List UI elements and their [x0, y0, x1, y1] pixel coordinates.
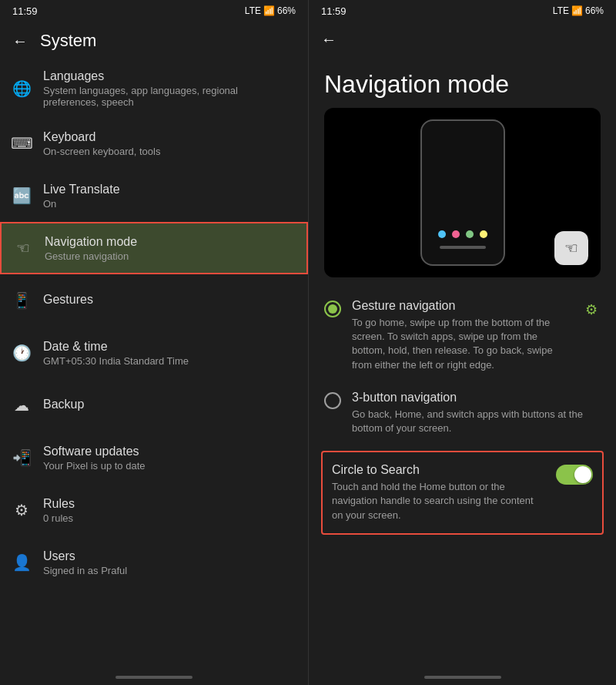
3button-nav-title: 3-button navigation [352, 391, 601, 405]
navigation-mode-icon: ☜ [14, 239, 32, 257]
keyboard-title: Keyboard [43, 130, 160, 144]
date-time-icon: 🕐 [12, 344, 31, 362]
sidebar-item-date-time[interactable]: 🕐 Date & time GMT+05:30 India Standard T… [0, 327, 308, 379]
languages-subtitle: System languages, app languages, regiona… [43, 85, 296, 108]
circle-search-desc: Touch and hold the Home button or the na… [332, 480, 547, 522]
left-panel: 11:59 LTE 📶 66% ← System 🌐 Languages Sys… [0, 0, 308, 685]
sidebar-item-gestures[interactable]: 📱 Gestures [0, 274, 308, 327]
software-updates-title: Software updates [43, 445, 146, 458]
backup-title: Backup [43, 398, 84, 411]
sidebar-item-software-updates[interactable]: 📲 Software updates Your Pixel is up to d… [0, 431, 308, 484]
right-header: ← [309, 22, 616, 58]
keyboard-icon: ⌨ [12, 134, 31, 153]
dot-3 [466, 230, 474, 238]
sidebar-item-navigation-mode[interactable]: ☜ Navigation mode Gesture navigation [0, 222, 308, 274]
right-panel: 11:59 LTE 📶 66% ← Navigation mode ☜ [308, 0, 616, 685]
left-status-icons: LTE 📶 66% [245, 5, 296, 16]
left-signal-icon: 📶 [263, 5, 275, 16]
gestures-icon: 📱 [12, 291, 31, 310]
dot-2 [452, 230, 460, 238]
phone-mockup [420, 119, 505, 266]
left-status-bar: 11:59 LTE 📶 66% [0, 0, 308, 22]
keyboard-subtitle: On-screen keyboard, tools [43, 146, 160, 157]
sidebar-item-users[interactable]: 👤 Users Signed in as Praful [0, 536, 308, 589]
toggle-thumb [574, 466, 591, 483]
sidebar-item-rules[interactable]: ⚙ Rules 0 rules [0, 484, 308, 536]
circle-search-toggle[interactable] [556, 465, 593, 485]
live-translate-icon: 🔤 [12, 186, 31, 205]
date-time-subtitle: GMT+05:30 India Standard Time [43, 355, 189, 367]
circle-search-title: Circle to Search [332, 463, 547, 477]
gestures-title: Gestures [43, 293, 93, 307]
sidebar-item-keyboard[interactable]: ⌨ Keyboard On-screen keyboard, tools [0, 117, 308, 170]
gear-icon[interactable]: ⚙ [582, 301, 601, 319]
live-translate-title: Live Translate [43, 183, 120, 196]
left-lte-icon: LTE [245, 5, 261, 16]
navigation-mode-title: Navigation mode [45, 235, 137, 249]
circle-search-toggle-wrap[interactable] [556, 465, 593, 485]
sidebar-item-languages[interactable]: 🌐 Languages System languages, app langua… [0, 60, 308, 117]
rules-title: Rules [43, 497, 75, 511]
settings-list: 🌐 Languages System languages, app langua… [0, 60, 308, 673]
3button-nav-desc: Go back, Home, and switch apps with butt… [352, 408, 601, 435]
right-time: 11:59 [321, 5, 346, 17]
dot-1 [438, 230, 446, 238]
users-subtitle: Signed in as Praful [43, 565, 127, 576]
gesture-preview-button: ☜ [554, 231, 588, 265]
phone-nav-bar [440, 246, 486, 249]
live-translate-subtitle: On [43, 198, 120, 210]
right-battery-icon: 66% [585, 5, 604, 16]
navigation-mode-subtitle: Gesture navigation [45, 250, 137, 262]
gesture-radio-inner [328, 304, 337, 314]
languages-title: Languages [43, 69, 296, 83]
3button-radio[interactable] [324, 392, 341, 409]
right-status-bar: 11:59 LTE 📶 66% [309, 0, 616, 22]
phone-dots [438, 230, 487, 238]
phone-preview: ☜ [324, 108, 601, 277]
right-status-icons: LTE 📶 66% [553, 5, 604, 16]
backup-icon: ☁ [12, 396, 31, 415]
sidebar-item-live-translate[interactable]: 🔤 Live Translate On [0, 170, 308, 222]
left-page-title: System [40, 31, 96, 51]
nav-option-3button[interactable]: 3-button navigation Go back, Home, and s… [315, 381, 610, 445]
right-back-button[interactable]: ← [321, 31, 336, 49]
gesture-radio[interactable] [324, 301, 341, 317]
right-lte-icon: LTE [553, 5, 569, 16]
right-bottom-bar [424, 676, 501, 679]
circle-to-search-section[interactable]: Circle to Search Touch and hold the Home… [321, 451, 604, 535]
gesture-nav-title: Gesture navigation [352, 299, 571, 313]
left-header: ← System [0, 22, 308, 60]
navigation-options: Gesture navigation To go home, swipe up … [309, 290, 616, 673]
sidebar-item-backup[interactable]: ☁ Backup [0, 379, 308, 431]
right-signal-icon: 📶 [571, 5, 583, 16]
gesture-nav-desc: To go home, swipe up from the bottom of … [352, 316, 571, 372]
left-back-button[interactable]: ← [12, 32, 28, 50]
nav-option-gesture[interactable]: Gesture navigation To go home, swipe up … [315, 290, 610, 381]
software-updates-icon: 📲 [12, 448, 31, 467]
users-title: Users [43, 549, 127, 563]
left-time: 11:59 [12, 5, 38, 17]
rules-subtitle: 0 rules [43, 512, 75, 524]
left-battery-icon: 66% [277, 5, 296, 16]
users-icon: 👤 [12, 553, 31, 572]
dot-4 [480, 230, 487, 238]
languages-icon: 🌐 [12, 79, 31, 98]
date-time-title: Date & time [43, 340, 189, 354]
rules-icon: ⚙ [12, 501, 31, 519]
right-page-title: Navigation mode [309, 58, 616, 108]
left-bottom-bar [116, 676, 192, 679]
software-updates-subtitle: Your Pixel is up to date [43, 460, 146, 472]
